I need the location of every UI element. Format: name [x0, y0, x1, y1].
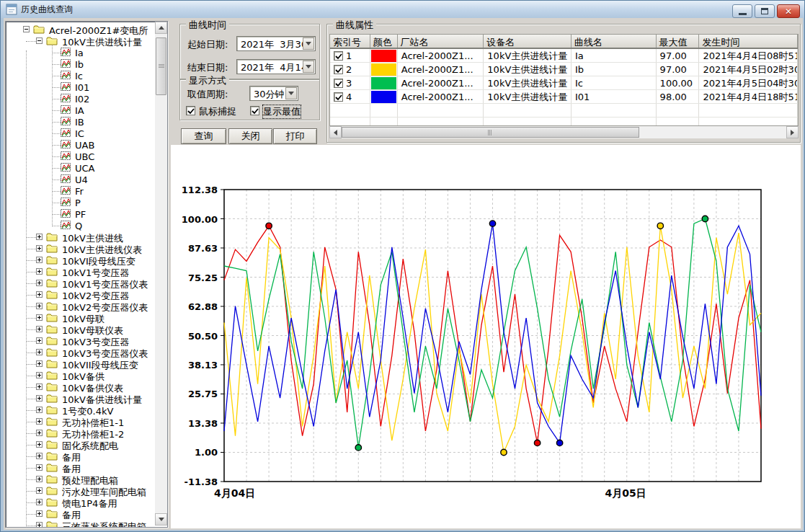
- expand-icon[interactable]: [36, 234, 43, 240]
- expand-icon[interactable]: [36, 291, 43, 298]
- tree-folder-item[interactable]: 备用: [6, 508, 155, 520]
- scroll-down-button[interactable]: [155, 513, 167, 526]
- table-column-header[interactable]: 厂站名: [398, 35, 484, 48]
- show-extremes-checkbox[interactable]: [250, 106, 259, 115]
- tree-vertical-scrollbar[interactable]: [155, 22, 167, 526]
- tree-curve-item[interactable]: UBC: [6, 151, 155, 162]
- tree-curve-item[interactable]: Ia: [6, 47, 155, 58]
- scroll-thumb[interactable]: [342, 127, 639, 138]
- query-button[interactable]: 查询: [181, 128, 226, 144]
- tree-curve-item[interactable]: PF: [6, 208, 155, 220]
- tree-curve-item[interactable]: P: [6, 197, 155, 208]
- expand-icon[interactable]: [36, 407, 43, 413]
- table-row[interactable]: 1Acrel-2000Z1...10kV主供进线计量Ia97.002021年4月…: [330, 49, 798, 63]
- tree-folder-item[interactable]: Acrel-2000Z1#变电所: [6, 24, 155, 35]
- tree-curve-item[interactable]: Ib: [6, 58, 155, 70]
- maximize-button[interactable]: [755, 4, 775, 18]
- period-dropdown-button[interactable]: [285, 87, 297, 99]
- expand-icon[interactable]: [36, 430, 43, 436]
- expand-icon[interactable]: [36, 360, 43, 367]
- scroll-left-button[interactable]: [329, 126, 342, 138]
- tree-curve-item[interactable]: I02: [6, 93, 155, 105]
- tree-folder-item[interactable]: 备用: [6, 451, 155, 462]
- expand-icon[interactable]: [36, 395, 43, 402]
- end-date-dropdown-button[interactable]: [303, 61, 314, 73]
- expand-icon[interactable]: [36, 314, 43, 321]
- expand-icon[interactable]: [36, 453, 43, 459]
- tree-folder-item[interactable]: 10kVI段母线压变: [6, 254, 155, 266]
- tree-folder-item[interactable]: 无功补偿柜1-2: [6, 427, 155, 439]
- tree-curve-item[interactable]: IB: [6, 116, 155, 128]
- expand-icon[interactable]: [36, 257, 43, 263]
- row-checkbox[interactable]: [334, 92, 343, 102]
- print-button[interactable]: 打印: [273, 128, 317, 144]
- row-checkbox[interactable]: [334, 79, 343, 88]
- expand-icon[interactable]: [36, 303, 43, 309]
- row-checkbox[interactable]: [334, 65, 343, 74]
- collapse-icon[interactable]: [23, 26, 30, 32]
- expand-icon[interactable]: [36, 268, 43, 275]
- table-column-header[interactable]: 发生时间: [699, 35, 798, 48]
- tree-curve-item[interactable]: IC: [6, 128, 155, 139]
- row-checkbox[interactable]: [334, 51, 343, 61]
- expand-icon[interactable]: [36, 464, 43, 471]
- tree-folder-item[interactable]: 10kV3号变压器仪表: [6, 347, 155, 358]
- tree-folder-item[interactable]: 10kV主供进线: [6, 231, 155, 243]
- expand-icon[interactable]: [36, 487, 43, 494]
- table-column-header[interactable]: 曲线名: [571, 35, 657, 48]
- expand-icon[interactable]: [36, 476, 43, 482]
- tree-curve-item[interactable]: UCA: [6, 162, 155, 174]
- tree-curve-item[interactable]: Q: [6, 220, 155, 231]
- table-row[interactable]: 3Acrel-2000Z1...10kV主供进线计量Ic100.002021年4…: [330, 76, 798, 90]
- tree-folder-item[interactable]: 1号变0.4kV: [6, 404, 155, 416]
- mouse-capture-checkbox[interactable]: [186, 106, 195, 115]
- scroll-up-button[interactable]: [155, 22, 167, 34]
- expand-icon[interactable]: [36, 349, 43, 355]
- expand-icon[interactable]: [36, 510, 43, 517]
- tree-folder-item[interactable]: 污水处理车间配电箱: [6, 485, 155, 497]
- tree-folder-item[interactable]: 10kV1号变压器仪表: [6, 278, 155, 289]
- end-date-picker[interactable]: 2021年 4月14: [236, 59, 316, 74]
- table-column-header[interactable]: 设备名: [484, 35, 571, 48]
- tree-folder-item[interactable]: 10kV母联仪表: [6, 324, 155, 335]
- tree-curve-item[interactable]: UAB: [6, 139, 155, 151]
- expand-icon[interactable]: [36, 326, 43, 332]
- period-combobox[interactable]: 30分钟: [249, 86, 298, 101]
- table-row[interactable]: 2Acrel-2000Z1...10kV主供进线计量Ib97.002021年4月…: [330, 63, 798, 76]
- expand-icon[interactable]: [36, 418, 43, 425]
- expand-icon[interactable]: [36, 245, 43, 252]
- tree-folder-item[interactable]: 10kV备供: [6, 370, 155, 381]
- tree-folder-item[interactable]: 10kV3号变压器: [6, 335, 155, 347]
- table-column-header[interactable]: 颜色: [370, 35, 398, 48]
- tree-folder-item[interactable]: 三效蒸发系统配电箱: [6, 520, 155, 527]
- start-date-picker[interactable]: 2021年 3月30: [236, 36, 316, 51]
- expand-icon[interactable]: [36, 337, 43, 344]
- tree-curve-item[interactable]: I01: [6, 81, 155, 93]
- minimize-button[interactable]: [732, 4, 752, 18]
- expand-icon[interactable]: [36, 384, 43, 390]
- expand-icon[interactable]: [36, 280, 43, 286]
- tree-folder-item[interactable]: 无功补偿柜1-1: [6, 416, 155, 427]
- scroll-thumb[interactable]: [156, 37, 166, 95]
- close-button[interactable]: ✕: [777, 4, 800, 18]
- collapse-icon[interactable]: [36, 37, 43, 44]
- table-column-header[interactable]: 最大值: [657, 35, 700, 48]
- tree-folder-item[interactable]: 10kV2号变压器: [6, 289, 155, 301]
- tree-folder-item[interactable]: 10kVII段母线压变: [6, 358, 155, 370]
- tree-folder-item[interactable]: 10kV2号变压器仪表: [6, 301, 155, 312]
- tree-folder-item[interactable]: 10kV备供仪表: [6, 381, 155, 393]
- table-horizontal-scrollbar[interactable]: [329, 126, 799, 138]
- table-row[interactable]: 4Acrel-2000Z1...10kV主供进线计量I0198.002021年4…: [330, 90, 798, 104]
- expand-icon[interactable]: [36, 522, 43, 527]
- expand-icon[interactable]: [36, 441, 43, 448]
- start-date-dropdown-button[interactable]: [303, 37, 314, 50]
- tree-folder-item[interactable]: 10kV备供进线计量: [6, 393, 155, 404]
- tree-curve-item[interactable]: U4: [6, 174, 155, 185]
- scroll-right-button[interactable]: [786, 126, 799, 138]
- tree-curve-item[interactable]: Ic: [6, 70, 155, 81]
- tree-folder-item[interactable]: 10kV1号变压器: [6, 266, 155, 278]
- tree-folder-item[interactable]: 10kV主供进线仪表: [6, 243, 155, 254]
- tree-folder-item[interactable]: 馈电1P4备用: [6, 497, 155, 508]
- close-window-button[interactable]: 关闭: [228, 128, 272, 144]
- tree-curve-item[interactable]: Fr: [6, 185, 155, 197]
